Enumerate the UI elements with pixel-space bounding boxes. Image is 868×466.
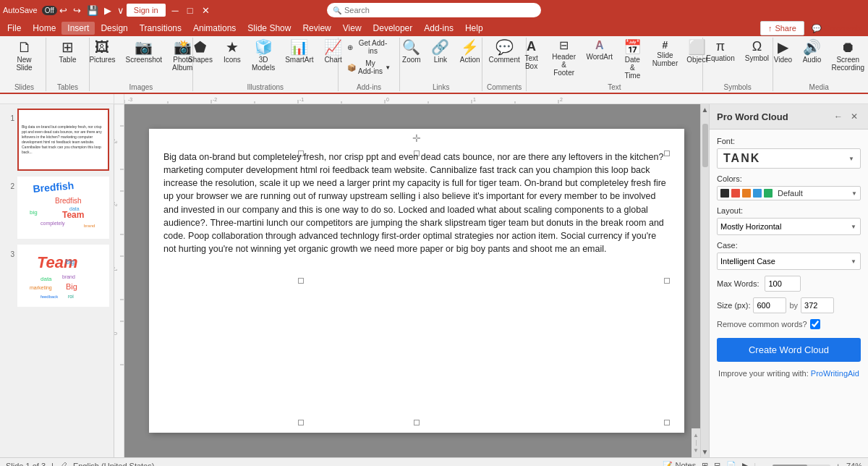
- scroll-up-arrow[interactable]: ▲: [700, 104, 709, 115]
- max-words-input[interactable]: [765, 276, 801, 292]
- colors-label: Colors:: [717, 174, 861, 183]
- scroll-thumb[interactable]: [702, 124, 708, 167]
- view-presenter-button[interactable]: ▶: [742, 461, 748, 466]
- wordart-button[interactable]: A WordArt: [584, 38, 616, 63]
- menu-help[interactable]: Help: [459, 22, 489, 35]
- pictures-button[interactable]: 🖼 Pictures: [85, 38, 119, 66]
- case-select-wrapper[interactable]: Intelligent Case UPPERCASE lowercase Tit…: [717, 253, 861, 270]
- menu-design[interactable]: Design: [95, 22, 133, 35]
- colors-row[interactable]: Default ▼: [717, 186, 861, 200]
- comment-icon: 💬: [812, 24, 822, 33]
- slide-thumb-3[interactable]: Team big data brand marketing Big feedba…: [17, 245, 109, 307]
- video-button[interactable]: ▶ Video: [770, 38, 796, 66]
- size-width-input[interactable]: [753, 297, 786, 313]
- slide-thumb-2[interactable]: Bredfish Bredfish big Team completely da…: [17, 177, 109, 239]
- view-reading-button[interactable]: 📄: [726, 461, 736, 466]
- search-icon: 🔍: [333, 7, 341, 14]
- slide-item-2[interactable]: 2 Bredfish Bredfish big Team completely …: [3, 175, 111, 240]
- present-button[interactable]: ▶: [102, 4, 114, 17]
- slide-canvas[interactable]: ✛ Big data on-brand but completeley fres…: [149, 129, 684, 433]
- zoom-out-button[interactable]: −: [762, 462, 766, 467]
- redo-button[interactable]: ↪: [71, 4, 83, 17]
- menu-animations[interactable]: Animations: [187, 22, 242, 35]
- menu-addins[interactable]: Add-ins: [418, 22, 459, 35]
- colors-dropdown-arrow: ▼: [851, 190, 857, 197]
- vertical-ruler: -3 -2 -1 0: [114, 104, 124, 457]
- link-button[interactable]: 🔗 Link: [427, 38, 454, 66]
- menu-review[interactable]: Review: [297, 22, 336, 35]
- slide-editing-area: ✛ Big data on-brand but completeley fres…: [124, 104, 709, 457]
- screen-recording-button[interactable]: ⏺ ScreenRecording: [827, 38, 868, 74]
- prowritingaid-link[interactable]: ProWritingAid: [811, 369, 859, 378]
- header-footer-button[interactable]: ⊟ Header& Footer: [548, 38, 581, 79]
- case-select[interactable]: Intelligent Case UPPERCASE lowercase Tit…: [717, 253, 861, 270]
- get-addins-button[interactable]: ⊕ Get Add-ins: [344, 38, 394, 56]
- notes-button[interactable]: 📝 Notes: [663, 461, 696, 466]
- menu-transitions[interactable]: Transitions: [134, 22, 187, 35]
- equation-button[interactable]: π Equation: [702, 38, 738, 64]
- create-word-cloud-button[interactable]: Create Word Cloud: [717, 338, 861, 362]
- slide-item-3[interactable]: 3 Team big data brand marketing Big feed…: [3, 243, 111, 308]
- vertical-scrollbar[interactable]: ▲ ▼: [700, 104, 709, 457]
- slide-number-button[interactable]: # SlideNumber: [650, 38, 681, 69]
- save-button[interactable]: 💾: [85, 4, 101, 17]
- comments-button[interactable]: 💬 Comments: [807, 22, 867, 35]
- slides-group-label: Slides: [14, 82, 34, 91]
- font-display[interactable]: TANK ▼: [717, 148, 861, 169]
- slide-resize-area[interactable]: ▲ ▼: [692, 428, 700, 457]
- symbol-button[interactable]: Ω Symbol: [741, 38, 773, 64]
- audio-button[interactable]: 🔊 Audio: [799, 38, 825, 66]
- search-input[interactable]: [344, 6, 535, 14]
- scroll-down-arrow[interactable]: ▼: [700, 446, 709, 457]
- icons-button[interactable]: ★ Icons: [219, 38, 245, 66]
- view-slide-sorter-button[interactable]: ⊟: [714, 461, 720, 466]
- restore-button[interactable]: □: [185, 4, 195, 17]
- panel-back-button[interactable]: ←: [832, 110, 845, 123]
- search-bar[interactable]: 🔍: [327, 3, 541, 17]
- menu-view[interactable]: View: [337, 22, 367, 35]
- shapes-button[interactable]: ⬟ Shapes: [184, 38, 216, 66]
- slide-text-content[interactable]: Big data on-brand but completeley fresh,…: [163, 151, 670, 425]
- zoom-in-button[interactable]: +: [836, 462, 841, 467]
- autosave-toggle[interactable]: Off: [42, 6, 57, 15]
- layout-select[interactable]: Mostly Horizontal Horizontal Vertical Mi…: [717, 218, 861, 235]
- size-height-input[interactable]: [801, 297, 834, 313]
- date-time-button[interactable]: 📅 Date &Time: [618, 38, 647, 82]
- equation-icon: π: [716, 40, 725, 53]
- top-bar-right: Sign in ─ □ ✕: [127, 4, 212, 17]
- get-addins-icon: ⊕: [347, 43, 353, 51]
- slide-number-1: 1: [4, 109, 14, 122]
- 3d-models-button[interactable]: 🧊 3DModels: [248, 38, 278, 74]
- slide-item-1[interactable]: 1 Big data on-brand but completeley fres…: [3, 107, 111, 172]
- share-button[interactable]: ↑ Share: [760, 21, 804, 35]
- view-normal-button[interactable]: ⊞: [702, 461, 708, 466]
- menu-insert[interactable]: Insert: [61, 22, 95, 35]
- minimize-button[interactable]: ─: [170, 4, 181, 17]
- layout-select-wrapper[interactable]: Mostly Horizontal Horizontal Vertical Mi…: [717, 218, 861, 235]
- menu-slideshow[interactable]: Slide Show: [242, 22, 297, 35]
- smartart-button[interactable]: 📊 SmartArt: [281, 38, 317, 66]
- undo-redo-group: ↩ ↪ 💾 ▶ ∨: [57, 4, 127, 17]
- menu-file[interactable]: File: [1, 22, 27, 35]
- menu-developer[interactable]: Developer: [367, 22, 419, 35]
- undo-button[interactable]: ↩: [57, 4, 69, 17]
- more-button[interactable]: ∨: [115, 4, 127, 17]
- screenshot-button[interactable]: 📷 Screenshot: [122, 38, 166, 66]
- slide-thumb-1[interactable]: Big data on-brand but completeley fresh,…: [17, 109, 109, 171]
- new-slide-button[interactable]: 🗋 NewSlide: [12, 38, 38, 74]
- textbox-button[interactable]: A TextBox: [519, 38, 545, 72]
- signin-button[interactable]: Sign in: [127, 4, 166, 17]
- zoom-button[interactable]: 🔍 Zoom: [399, 38, 425, 66]
- panel-close-button[interactable]: ✕: [848, 110, 861, 123]
- my-addins-button[interactable]: 📦 My Add-ins ▼: [344, 58, 394, 77]
- remove-common-checkbox[interactable]: [810, 319, 820, 329]
- action-button[interactable]: ⚡ Action: [456, 38, 484, 66]
- ruler-svg: -3 -2 -1 0 1 2: [124, 94, 709, 103]
- svg-text:Team: Team: [62, 210, 84, 220]
- ribbon-group-text: A TextBox ⊟ Header& Footer A WordArt 📅 D…: [527, 38, 703, 91]
- close-button[interactable]: ✕: [200, 4, 212, 17]
- menu-home[interactable]: Home: [27, 22, 61, 35]
- ribbon-group-slides: 🗋 NewSlide Slides: [3, 38, 46, 91]
- svg-text:2: 2: [560, 97, 563, 102]
- table-button[interactable]: ⊞ Table: [55, 38, 81, 66]
